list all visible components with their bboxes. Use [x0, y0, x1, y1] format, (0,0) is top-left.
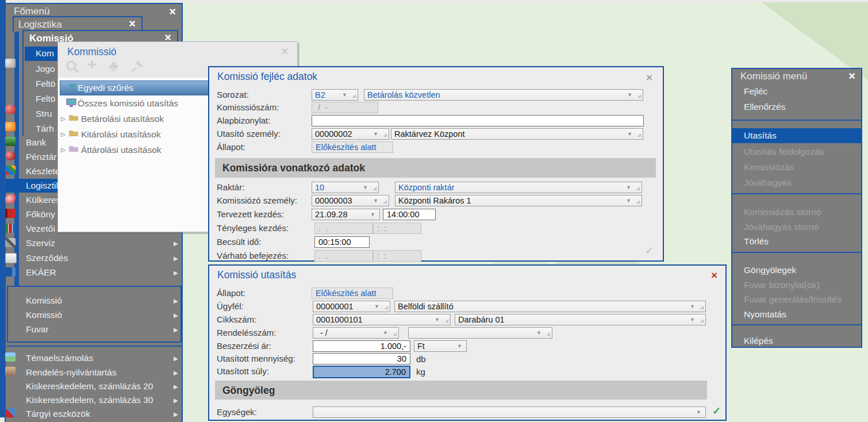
- close-icon[interactable]: ×: [129, 17, 136, 30]
- raktar-name-combo[interactable]: Központi raktár ▼◢: [395, 182, 642, 193]
- chevron-down-icon[interactable]: ▼: [626, 198, 631, 204]
- mennyiseg-input[interactable]: 30: [313, 353, 410, 365]
- pin-icon[interactable]: [129, 59, 144, 74]
- chevron-down-icon[interactable]: ▼: [342, 92, 347, 98]
- rendelesszam-code-combo[interactable]: - / ▼◢: [313, 327, 399, 339]
- chart-icon[interactable]: [5, 224, 16, 233]
- trolley-icon[interactable]: [5, 122, 16, 131]
- menu-item-kilepes[interactable]: Kilépés: [744, 336, 773, 346]
- menu-item-fuvar[interactable]: Fuvar: [26, 324, 49, 335]
- egysegek-combo[interactable]: ▼: [313, 406, 706, 418]
- chevron-down-icon[interactable]: ▼: [627, 131, 632, 137]
- sidebar-item-kisker30[interactable]: Kiskereskedelem, számlázás 30: [26, 395, 153, 405]
- ledger-icon[interactable]: [5, 209, 16, 218]
- komissio-item-5[interactable]: Stru: [36, 109, 52, 119]
- currency-combo[interactable]: Ft ▼: [414, 340, 467, 352]
- chevron-down-icon[interactable]: ▼: [435, 317, 440, 323]
- komissiozo-code-combo[interactable]: 00000003 ▼◢: [312, 195, 389, 206]
- sidebar-item-logisztika[interactable]: Logisztik: [26, 181, 60, 191]
- orders-icon[interactable]: [5, 367, 16, 376]
- utasito-code-combo[interactable]: 00000002 ▼◢: [312, 128, 389, 140]
- chevron-down-icon[interactable]: ▼: [374, 304, 379, 309]
- sidebar-item-penztar[interactable]: Pénztár: [26, 152, 56, 162]
- close-icon[interactable]: ×: [646, 72, 652, 83]
- menu-item-ellenorzes[interactable]: Ellenőrzés: [744, 102, 785, 112]
- sorozat-name-combo[interactable]: Betárolás közvetlen ▼◢: [364, 89, 643, 101]
- chevron-down-icon[interactable]: ▼: [370, 212, 375, 217]
- chevron-down-icon[interactable]: ▼: [626, 185, 631, 190]
- utasito-name-combo[interactable]: Raktárvez Központ ▼◢: [391, 128, 643, 140]
- tree-item-kitarolasi[interactable]: Kitárolási utasítások: [81, 129, 161, 140]
- sidebar-item-bank[interactable]: Bank: [26, 137, 46, 148]
- sidebar-item-fokonyv[interactable]: Főköny: [26, 209, 55, 220]
- basket-icon[interactable]: [5, 105, 16, 114]
- komissio-item-1[interactable]: Kom: [36, 48, 54, 59]
- menu-item-gongyolegek[interactable]: Göngyölegek: [744, 265, 796, 275]
- sidebar-item-szerviz[interactable]: Szerviz: [26, 238, 55, 248]
- tree-icon[interactable]: ♣: [109, 57, 118, 75]
- service-icon[interactable]: [5, 238, 16, 247]
- chevron-down-icon[interactable]: ▼: [373, 198, 378, 204]
- accept-check-icon[interactable]: ✓: [712, 405, 721, 417]
- komissio-item-4[interactable]: Feltö: [36, 94, 55, 104]
- chevron-down-icon[interactable]: ▼: [690, 317, 695, 323]
- chevron-down-icon[interactable]: ▼: [536, 330, 541, 336]
- menu-item-torles[interactable]: Törlés: [744, 236, 769, 247]
- tree-item-attarolasi[interactable]: Áttárolási utasítások: [81, 145, 162, 155]
- menu-item-fejlec[interactable]: Fejléc: [744, 86, 767, 97]
- tree-item-osszes-komissio[interactable]: Összes komissió utasítás: [78, 98, 178, 109]
- chevron-down-icon[interactable]: ▼: [690, 304, 695, 309]
- stock-icon[interactable]: [5, 166, 16, 175]
- sidebar-item-ekaer[interactable]: EKÁER: [26, 267, 56, 278]
- close-icon[interactable]: ×: [169, 5, 176, 18]
- sidebar-item-keszletek[interactable]: Készlete: [26, 166, 60, 177]
- sorozat-code-combo[interactable]: B2 ▼◢: [312, 89, 358, 101]
- sidebar-item-targyi[interactable]: Tárgyi eszközök: [26, 409, 90, 419]
- komissio-item-6[interactable]: Tárh: [36, 124, 54, 134]
- chevron-down-icon[interactable]: ▼: [383, 330, 388, 336]
- contract-icon[interactable]: [5, 253, 17, 263]
- chevron-down-icon[interactable]: ▼: [363, 185, 368, 190]
- theme-icon[interactable]: [5, 352, 16, 362]
- menu-item-nyomtatas[interactable]: Nyomtatás: [744, 309, 786, 320]
- sidebar-item-kulker[interactable]: Külkeres: [26, 195, 60, 205]
- becsult-input[interactable]: 00:15:00: [314, 236, 370, 248]
- sidebar-item-temaelszamolas[interactable]: Témaelszámolás: [26, 353, 93, 363]
- menu-item-komissio-2[interactable]: Komissió: [26, 310, 62, 320]
- bank-icon[interactable]: [5, 137, 16, 146]
- search-icon[interactable]: [65, 59, 80, 74]
- menu-item-komissio-1[interactable]: Komissió: [26, 296, 62, 306]
- sidebar-item-vezetoi[interactable]: Vezetői: [26, 224, 55, 234]
- sidebar-item-kisker20[interactable]: Kiskereskedelem, számlázás 20: [26, 381, 153, 392]
- tervezett-time-input[interactable]: 14:00:00: [383, 209, 436, 220]
- beszerzesi-input[interactable]: 1.000,-: [313, 340, 410, 352]
- chevron-down-icon[interactable]: ▼: [696, 409, 701, 415]
- ugyfel-code-combo[interactable]: 00000001 ▼◢: [313, 301, 390, 312]
- chevron-down-icon[interactable]: ▼: [457, 343, 462, 349]
- close-icon[interactable]: ×: [281, 45, 288, 58]
- expand-arrow-icon[interactable]: ▷: [61, 147, 66, 153]
- tree-item-egyedi-szures[interactable]: Egyedi szűrés: [78, 83, 133, 93]
- add-icon[interactable]: +: [87, 55, 97, 74]
- confirm-check-icon[interactable]: ✓: [645, 244, 654, 257]
- truck-icon[interactable]: [5, 267, 16, 277]
- tervezett-date-combo[interactable]: 21.09.28 ▼: [312, 209, 380, 220]
- suly-input[interactable]: 2.700: [313, 366, 410, 378]
- chevron-down-icon[interactable]: ▼: [373, 131, 378, 137]
- alapbizonylat-input[interactable]: [312, 115, 644, 126]
- assets-icon[interactable]: [5, 408, 16, 417]
- cash-register-icon[interactable]: [5, 151, 16, 160]
- komissio-item-3[interactable]: Feltö: [36, 79, 55, 89]
- komissiozo-name-combo[interactable]: Központi Rakáros 1 ▼◢: [395, 195, 642, 206]
- cikkszam-code-combo[interactable]: 0001000101 ▼◢: [313, 314, 451, 325]
- sidebar-item-szerzodes[interactable]: Szerződés: [26, 253, 68, 263]
- tree-item-betarolasi[interactable]: Betárolási utasítások: [81, 114, 164, 124]
- rendelesszam-name-combo[interactable]: ▼◢: [408, 327, 552, 339]
- komissio-item-2[interactable]: Jogo: [36, 64, 55, 74]
- menu-item-utasitas[interactable]: Utasítás: [744, 131, 777, 141]
- ugyfel-name-combo[interactable]: Belföldi szállító ▼◢: [394, 301, 706, 312]
- chevron-down-icon[interactable]: ▼: [627, 92, 632, 98]
- cart-icon[interactable]: [5, 59, 16, 68]
- sidebar-item-rendeles[interactable]: Rendelés-nyilvántartás: [26, 367, 117, 378]
- cikkszam-name-combo[interactable]: Darabáru 01 ▼◢: [455, 314, 706, 325]
